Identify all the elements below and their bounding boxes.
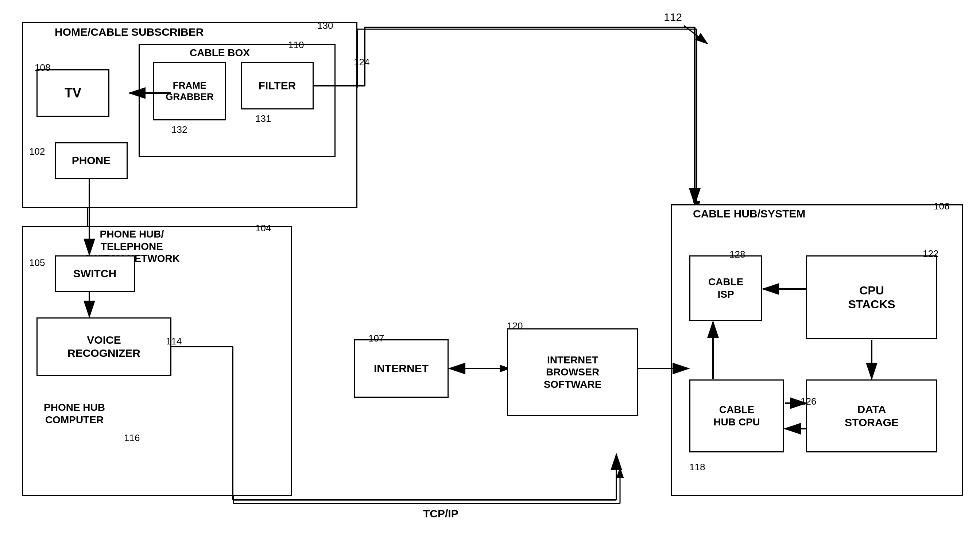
internet-box: INTERNET — [354, 339, 449, 398]
diagram: HOME/CABLE SUBSCRIBER 130 CABLE BOX 110 … — [0, 0, 980, 544]
ref-126: 126 — [800, 396, 816, 407]
voice-recognizer-box: VOICERECOGNIZER — [37, 317, 172, 376]
ref-120: 120 — [507, 320, 523, 332]
cable-hub-cpu-label: CABLEHUB CPU — [713, 404, 760, 428]
filter-box: FILTER — [241, 62, 313, 110]
home-subscriber-label: HOME/CABLE SUBSCRIBER — [55, 26, 204, 39]
phone-hub-computer-label: PHONE HUBCOMPUTER — [44, 401, 105, 426]
cable-isp-box: CABLEISP — [689, 255, 762, 321]
ref-118: 118 — [689, 461, 705, 473]
cable-hub-cpu-box: CABLEHUB CPU — [689, 380, 784, 452]
frame-grabber-label: FRAMEGRABBER — [165, 80, 213, 102]
cable-isp-label: CABLEISP — [708, 276, 743, 300]
switch-label: SWITCH — [73, 267, 116, 280]
ref-116: 116 — [124, 432, 140, 443]
ref-122: 122 — [923, 248, 939, 259]
tv-box: TV — [37, 69, 110, 117]
ref-102: 102 — [29, 146, 45, 157]
cable-hub-system-box — [671, 204, 963, 496]
switch-box: SWITCH — [55, 255, 135, 292]
data-storage-box: DATASTORAGE — [806, 380, 937, 452]
ref-112: 112 — [664, 11, 682, 23]
tv-label: TV — [65, 85, 81, 101]
ref-108: 108 — [35, 62, 50, 73]
ref-110: 110 — [288, 40, 304, 51]
ref-106: 106 — [934, 201, 949, 212]
ref-107: 107 — [368, 333, 384, 344]
filter-label: FILTER — [259, 79, 296, 92]
ref-114: 114 — [166, 336, 181, 347]
ref-124: 124 — [354, 57, 369, 68]
cpu-stacks-box: CPUSTACKS — [806, 255, 937, 339]
voice-recognizer-label: VOICERECOGNIZER — [67, 333, 140, 360]
internet-browser-box: INTERNETBROWSERSOFTWARE — [507, 329, 638, 416]
ref-132: 132 — [172, 124, 187, 136]
ref-128: 128 — [729, 249, 745, 260]
ref-130: 130 — [317, 20, 333, 31]
phone-label: PHONE — [72, 154, 111, 167]
ref-131: 131 — [255, 113, 271, 124]
frame-grabber-box: FRAMEGRABBER — [153, 62, 226, 120]
ref-105: 105 — [29, 257, 45, 268]
data-storage-label: DATASTORAGE — [845, 403, 899, 429]
internet-label: INTERNET — [374, 362, 428, 375]
tcp-ip-label: TCP/IP — [423, 507, 458, 520]
cpu-stacks-label: CPUSTACKS — [848, 284, 895, 311]
phone-box: PHONE — [55, 142, 128, 179]
ref-104: 104 — [255, 223, 271, 234]
cable-box-label: CABLE BOX — [190, 47, 250, 59]
cable-hub-system-label: CABLE HUB/SYSTEM — [693, 207, 805, 220]
internet-browser-label: INTERNETBROWSERSOFTWARE — [544, 354, 602, 391]
